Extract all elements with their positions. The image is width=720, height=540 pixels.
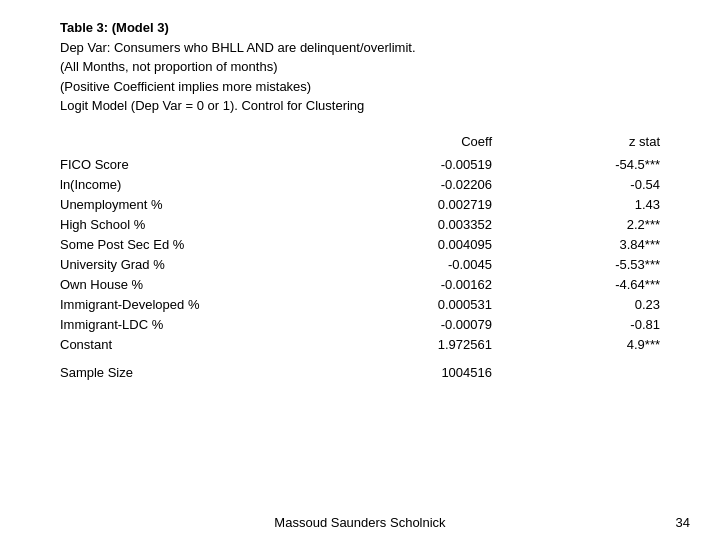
row-label: Constant: [60, 335, 390, 355]
row-label: High School %: [60, 215, 390, 235]
table-row: Unemployment %0.0027191.43: [60, 195, 660, 215]
row-zstat: -54.5***: [522, 155, 660, 175]
table-row: Immigrant-LDC %-0.00079-0.81: [60, 315, 660, 335]
row-coeff: -0.02206: [390, 175, 522, 195]
row-zstat: -4.64***: [522, 275, 660, 295]
row-label: Own House %: [60, 275, 390, 295]
row-label: FICO Score: [60, 155, 390, 175]
column-headers: Coeff z stat: [60, 134, 660, 151]
results-table: Coeff z stat FICO Score-0.00519-54.5***l…: [60, 134, 660, 355]
row-coeff: 0.002719: [390, 195, 522, 215]
row-coeff: -0.00519: [390, 155, 522, 175]
table-row: Constant1.9725614.9***: [60, 335, 660, 355]
row-coeff: 0.003352: [390, 215, 522, 235]
sample-label: Sample Size: [60, 365, 390, 380]
page: Table 3: (Model 3) Dep Var: Consumers wh…: [0, 0, 720, 540]
row-coeff: 0.004095: [390, 235, 522, 255]
table-row: FICO Score-0.00519-54.5***: [60, 155, 660, 175]
row-coeff: -0.00162: [390, 275, 522, 295]
row-label: Unemployment %: [60, 195, 390, 215]
footer-center-text: Massoud Saunders Scholnick: [274, 515, 445, 530]
row-label: University Grad %: [60, 255, 390, 275]
col-label-header: [60, 134, 390, 151]
row-zstat: -0.54: [522, 175, 660, 195]
sample-section: Sample Size 1004516: [60, 365, 660, 380]
row-zstat: 1.43: [522, 195, 660, 215]
row-label: ln(Income): [60, 175, 390, 195]
table-row: High School %0.0033522.2***: [60, 215, 660, 235]
table-row: Some Post Sec Ed %0.0040953.84***: [60, 235, 660, 255]
row-zstat: -5.53***: [522, 255, 660, 275]
col-coeff-header: Coeff: [390, 134, 522, 151]
header-line2: Dep Var: Consumers who BHLL AND are deli…: [60, 38, 660, 58]
col-zstat-header: z stat: [522, 134, 660, 151]
row-label: Immigrant-Developed %: [60, 295, 390, 315]
row-coeff: 1.972561: [390, 335, 522, 355]
table-row: University Grad %-0.0045-5.53***: [60, 255, 660, 275]
header-line1: Table 3: (Model 3): [60, 18, 660, 38]
table-row: Own House %-0.00162-4.64***: [60, 275, 660, 295]
row-coeff: -0.00079: [390, 315, 522, 335]
row-zstat: 3.84***: [522, 235, 660, 255]
table-header: Table 3: (Model 3) Dep Var: Consumers wh…: [60, 18, 660, 116]
header-line3: (All Months, not proportion of months): [60, 57, 660, 77]
sample-row: Sample Size 1004516: [60, 365, 660, 380]
table-row: Immigrant-Developed %0.0005310.23: [60, 295, 660, 315]
row-label: Immigrant-LDC %: [60, 315, 390, 335]
table-row: ln(Income)-0.02206-0.54: [60, 175, 660, 195]
row-zstat: -0.81: [522, 315, 660, 335]
row-zstat: 0.23: [522, 295, 660, 315]
row-label: Some Post Sec Ed %: [60, 235, 390, 255]
footer-page-number: 34: [676, 515, 690, 530]
row-coeff: 0.000531: [390, 295, 522, 315]
sample-value: 1004516: [390, 365, 522, 380]
footer: Massoud Saunders Scholnick: [0, 515, 720, 530]
row-zstat: 4.9***: [522, 335, 660, 355]
header-line5: Logit Model (Dep Var = 0 or 1). Control …: [60, 96, 660, 116]
row-zstat: 2.2***: [522, 215, 660, 235]
row-coeff: -0.0045: [390, 255, 522, 275]
header-line4: (Positive Coefficient implies more mista…: [60, 77, 660, 97]
